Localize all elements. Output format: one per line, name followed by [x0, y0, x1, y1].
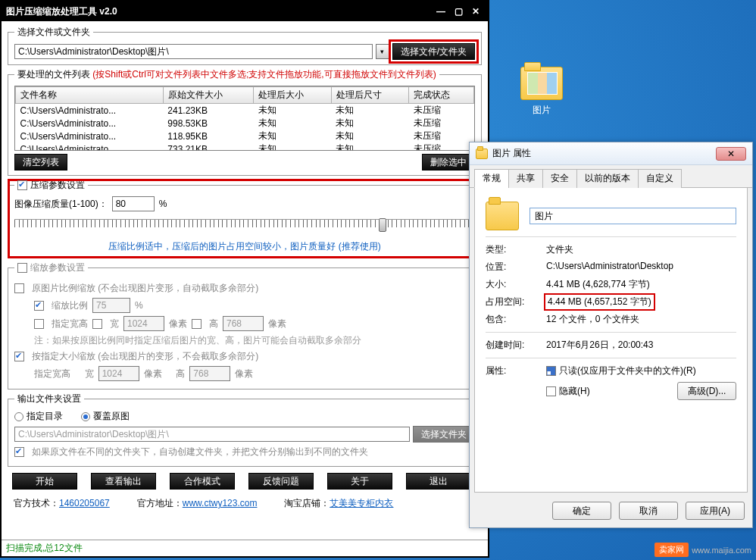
desktop-folder-icon[interactable]: 图片 — [511, 67, 572, 117]
folder-icon — [476, 149, 488, 159]
folder-name-input[interactable] — [530, 208, 736, 224]
titlebar[interactable]: 图片压缩缩放处理工具 v2.0 — [2, 2, 488, 21]
compress-legend: 压缩参数设置 — [14, 179, 88, 192]
shop-link[interactable]: 艾美美专柜内衣 — [330, 498, 393, 508]
table-row[interactable]: C:\Users\Administrato...118.95KB未知未知未压缩 — [16, 130, 474, 142]
close-icon[interactable] — [468, 5, 483, 17]
compress-hint: 压缩比例适中，压缩后的图片占用空间较小，图片质量好 (推荐使用) — [14, 240, 475, 253]
title-text: 图片压缩缩放处理工具 v2.0 — [6, 5, 431, 18]
properties-close-icon[interactable]: ✕ — [716, 147, 746, 161]
width2-input[interactable] — [98, 366, 139, 381]
bysize-checkbox[interactable] — [14, 352, 24, 361]
browse-button[interactable]: 选择文件/文件夹 — [392, 43, 475, 60]
keep-ratio-checkbox[interactable] — [14, 283, 24, 293]
feedback-button[interactable]: 反馈问题 — [248, 473, 314, 490]
pct-label: % — [159, 199, 167, 209]
links-row: 官方技术：1460205067 官方地址：www.ctwy123.com 淘宝店… — [8, 496, 482, 515]
h-checkbox[interactable] — [192, 319, 201, 329]
ratio-checkbox[interactable] — [34, 301, 44, 311]
output-path-input[interactable] — [14, 427, 410, 442]
statusbar: 扫描完成,总12文件 — [2, 540, 488, 556]
compress-section: 压缩参数设置 图像压缩质量(1-100)： % 压缩比例适中，压缩后的图片占用空… — [8, 179, 482, 258]
tab-security[interactable]: 安全 — [542, 169, 577, 188]
tab-previous[interactable]: 以前的版本 — [576, 169, 639, 188]
maximize-icon[interactable] — [451, 5, 466, 17]
path-dropdown-icon[interactable]: ▾ — [376, 44, 389, 59]
tech-link[interactable]: 1460205067 — [59, 498, 110, 508]
scale-enable-checkbox[interactable] — [17, 263, 27, 273]
slider-knob-icon[interactable] — [379, 218, 386, 232]
height2-input[interactable] — [189, 366, 230, 381]
table-row[interactable]: C:\Users\Administrato...733.21KB未知未知未压缩 — [16, 142, 474, 151]
w-checkbox[interactable] — [92, 319, 102, 329]
apply-button[interactable]: 应用(A) — [686, 502, 745, 520]
width-input[interactable] — [123, 316, 164, 331]
autodir-checkbox[interactable] — [14, 447, 24, 457]
filelist-legend: 要处理的文件列表 (按Shift或Ctrl可对文件列表中文件多选;支持文件拖放功… — [14, 68, 439, 81]
tab-general[interactable]: 常规 — [474, 169, 509, 188]
file-table[interactable]: 文件名称 原始文件大小 处理后大小 处理后尺寸 完成状态 C:\Users\Ad… — [14, 86, 475, 151]
ratio-input[interactable] — [92, 298, 130, 313]
scale-legend: 缩放参数设置 — [14, 261, 88, 274]
output-section: 输出文件夹设置 指定目录 覆盖原图 选择文件夹 如果原文件在不同的文件夹下，自动… — [8, 393, 482, 467]
properties-titlebar[interactable]: 图片 属性 ✕ — [470, 142, 752, 165]
watermark-logo: 卖家网 — [654, 543, 689, 557]
properties-window: 图片 属性 ✕ 常规 共享 安全 以前的版本 自定义 类型:文件夹 位置:C:\… — [469, 142, 753, 528]
clear-list-button[interactable]: 清空列表 — [14, 154, 67, 171]
height-input[interactable] — [223, 316, 264, 331]
app-window: 图片压缩缩放处理工具 v2.0 选择文件或文件夹 ▾ 选择文件/文件夹 要处理的… — [0, 0, 489, 558]
site-link[interactable]: www.ctwy123.com — [183, 498, 258, 508]
minimize-icon[interactable] — [433, 5, 448, 17]
scale-note: 注：如果按原图比例同时指定压缩后图片的宽、高，图片可能会自动截取多余部分 — [34, 334, 475, 347]
quality-input[interactable] — [112, 196, 155, 211]
created-value: 2017年6月26日，20:00:43 — [546, 339, 736, 352]
disk-value: 4.44 MB (4,657,152 字节) — [546, 296, 736, 308]
ok-button[interactable]: 确定 — [552, 502, 611, 520]
watermark-url: www.maijia.com — [692, 546, 751, 555]
table-row[interactable]: C:\Users\Administrato...241.23KB未知未知未压缩 — [16, 104, 474, 117]
tab-custom[interactable]: 自定义 — [638, 169, 682, 188]
quality-label: 图像压缩质量(1-100)： — [14, 198, 108, 211]
quality-slider[interactable] — [14, 219, 475, 237]
coop-button[interactable]: 合作模式 — [170, 473, 235, 490]
contains-value: 12 个文件，0 个文件夹 — [546, 313, 736, 326]
readonly-checkbox[interactable] — [546, 366, 556, 376]
type-value: 文件夹 — [546, 243, 736, 256]
output-legend: 输出文件夹设置 — [14, 393, 84, 405]
desktop-folder-label: 图片 — [511, 103, 572, 117]
advanced-button[interactable]: 高级(D)... — [677, 382, 736, 400]
table-row[interactable]: C:\Users\Administrato...998.53KB未知未知未压缩 — [16, 117, 474, 130]
bottom-buttons: 开始 查看输出 合作模式 反馈问题 关于 退出 — [8, 470, 482, 493]
col-status[interactable]: 完成状态 — [409, 87, 474, 104]
delete-selected-button[interactable]: 删除选中 — [422, 154, 475, 171]
size-value: 4.41 MB (4,628,774 字节) — [546, 278, 736, 291]
col-origsize[interactable]: 原始文件大小 — [163, 87, 253, 104]
output-browse-button[interactable]: 选择文件夹 — [413, 426, 475, 443]
compress-enable-checkbox[interactable] — [17, 180, 27, 190]
col-name[interactable]: 文件名称 — [16, 87, 164, 104]
dir-radio[interactable] — [14, 412, 23, 421]
select-section: 选择文件或文件夹 ▾ 选择文件/文件夹 — [8, 26, 482, 65]
view-output-button[interactable]: 查看输出 — [91, 473, 156, 490]
start-button[interactable]: 开始 — [12, 473, 77, 490]
watermark: 卖家网 www.maijia.com — [654, 543, 751, 557]
col-afterdim[interactable]: 处理后尺寸 — [331, 87, 409, 104]
about-button[interactable]: 关于 — [327, 473, 392, 490]
properties-title: 图片 属性 — [492, 147, 716, 160]
select-legend: 选择文件或文件夹 — [14, 26, 93, 39]
scale-section: 缩放参数设置 原图片比例缩放 (不会出现图片变形，自动截取多余部分) 缩放比例 … — [8, 261, 482, 389]
exit-button[interactable]: 退出 — [406, 473, 471, 490]
properties-body: 类型:文件夹 位置:C:\Users\Administrator\Desktop… — [474, 188, 748, 493]
location-value: C:\Users\Administrator\Desktop — [546, 261, 736, 274]
overwrite-radio[interactable] — [81, 412, 90, 421]
cancel-button[interactable]: 取消 — [619, 502, 678, 520]
filelist-section: 要处理的文件列表 (按Shift或Ctrl可对文件列表中文件多选;支持文件拖放功… — [8, 68, 482, 176]
fixwh-checkbox[interactable] — [34, 319, 44, 329]
hidden-checkbox[interactable] — [546, 386, 556, 396]
path-input[interactable] — [14, 44, 373, 59]
properties-tabs: 常规 共享 安全 以前的版本 自定义 — [470, 165, 752, 188]
col-aftersize[interactable]: 处理后大小 — [254, 87, 332, 104]
folder-large-icon — [486, 202, 519, 230]
folder-icon — [520, 67, 563, 100]
tab-share[interactable]: 共享 — [508, 169, 543, 188]
